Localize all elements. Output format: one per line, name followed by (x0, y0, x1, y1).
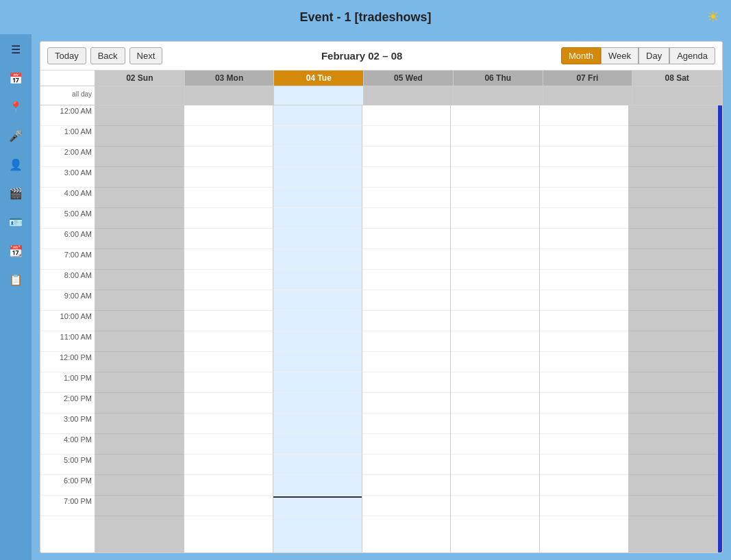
time-cell[interactable] (184, 105, 273, 126)
view-btn-day[interactable]: Day (639, 47, 669, 64)
time-cell[interactable] (629, 496, 717, 516)
time-cell[interactable] (184, 372, 273, 393)
time-cell[interactable] (451, 311, 539, 331)
time-cell[interactable] (273, 270, 362, 290)
time-cell[interactable] (629, 434, 717, 455)
time-cell[interactable] (184, 496, 273, 516)
time-cell[interactable] (273, 475, 362, 496)
time-cell[interactable] (451, 475, 539, 496)
time-cell[interactable] (184, 331, 273, 352)
time-cell[interactable] (273, 331, 362, 352)
time-cell[interactable] (273, 147, 362, 167)
time-cell[interactable] (362, 229, 451, 249)
time-cell[interactable] (362, 393, 451, 413)
list-icon[interactable]: 📋 (6, 270, 25, 289)
time-cell[interactable] (184, 229, 273, 249)
time-cell[interactable] (184, 249, 273, 270)
time-cell[interactable] (362, 290, 451, 311)
time-cell[interactable] (540, 413, 628, 434)
time-cell[interactable] (451, 229, 539, 249)
day-col-06Thu[interactable] (451, 105, 540, 552)
time-cell[interactable] (451, 352, 539, 372)
time-cell[interactable] (273, 372, 362, 393)
time-cell[interactable] (540, 372, 628, 393)
time-cell[interactable] (451, 455, 539, 475)
time-cell[interactable] (540, 249, 628, 270)
calendar-icon[interactable]: 📆 (6, 241, 25, 260)
time-cell[interactable] (273, 496, 362, 516)
time-cell[interactable] (451, 126, 539, 147)
time-cell[interactable] (629, 372, 717, 393)
time-cell[interactable] (362, 126, 451, 147)
time-cell[interactable] (273, 126, 362, 147)
time-cell[interactable] (540, 290, 628, 311)
time-cell[interactable] (629, 393, 717, 413)
time-cell[interactable] (184, 167, 273, 188)
location-icon[interactable]: 📍 (6, 97, 25, 116)
time-cell[interactable] (362, 475, 451, 496)
time-cell[interactable] (273, 229, 362, 249)
time-cell[interactable] (184, 147, 273, 167)
time-cell[interactable] (184, 311, 273, 331)
time-cell[interactable] (540, 496, 628, 516)
time-cell[interactable] (95, 229, 184, 249)
time-cell[interactable] (540, 331, 628, 352)
today-button[interactable]: Today (47, 47, 86, 64)
badge-icon[interactable]: 🪪 (6, 212, 25, 231)
time-cell[interactable] (629, 147, 717, 167)
day-col-02Sun[interactable] (95, 105, 184, 552)
time-cell[interactable] (184, 434, 273, 455)
time-cell[interactable] (95, 188, 184, 208)
time-cell[interactable] (95, 393, 184, 413)
back-button[interactable]: Back (90, 47, 125, 64)
time-cell[interactable] (273, 311, 362, 331)
time-cell[interactable] (362, 455, 451, 475)
time-cell[interactable] (273, 290, 362, 311)
time-cell[interactable] (95, 167, 184, 188)
time-cell[interactable] (362, 147, 451, 167)
time-cell[interactable] (451, 290, 539, 311)
time-cell[interactable] (629, 229, 717, 249)
time-cell[interactable] (451, 270, 539, 290)
time-cell[interactable] (540, 270, 628, 290)
time-cell[interactable] (362, 105, 451, 126)
time-cell[interactable] (540, 475, 628, 496)
time-cell[interactable] (540, 126, 628, 147)
time-cell[interactable] (95, 475, 184, 496)
view-btn-week[interactable]: Week (601, 47, 639, 64)
time-cell[interactable] (95, 413, 184, 434)
time-cell[interactable] (540, 352, 628, 372)
time-cell[interactable] (273, 434, 362, 455)
time-cell[interactable] (184, 455, 273, 475)
time-cell[interactable] (362, 434, 451, 455)
time-cell[interactable] (451, 413, 539, 434)
person-add-icon[interactable]: 👤 (6, 155, 25, 174)
time-cell[interactable] (184, 475, 273, 496)
time-cell[interactable] (184, 352, 273, 372)
time-cell[interactable] (451, 167, 539, 188)
cal-body[interactable]: 12:00 AM1:00 AM2:00 AM3:00 AM4:00 AM5:00… (40, 105, 722, 552)
time-cell[interactable] (540, 208, 628, 229)
time-cell[interactable] (629, 352, 717, 372)
time-cell[interactable] (95, 126, 184, 147)
time-cell[interactable] (362, 331, 451, 352)
time-cell[interactable] (362, 372, 451, 393)
time-cell[interactable] (362, 270, 451, 290)
time-cell[interactable] (540, 188, 628, 208)
time-cell[interactable] (629, 105, 717, 126)
time-cell[interactable] (362, 188, 451, 208)
time-cell[interactable] (629, 126, 717, 147)
time-cell[interactable] (95, 208, 184, 229)
time-cell[interactable] (540, 434, 628, 455)
time-cell[interactable] (629, 167, 717, 188)
time-cell[interactable] (95, 352, 184, 372)
time-cell[interactable] (362, 413, 451, 434)
time-cell[interactable] (451, 393, 539, 413)
time-cell[interactable] (540, 147, 628, 167)
time-cell[interactable] (362, 208, 451, 229)
time-cell[interactable] (629, 208, 717, 229)
time-cell[interactable] (184, 126, 273, 147)
time-cell[interactable] (540, 393, 628, 413)
time-cell[interactable] (95, 105, 184, 126)
day-col-07Fri[interactable] (540, 105, 629, 552)
